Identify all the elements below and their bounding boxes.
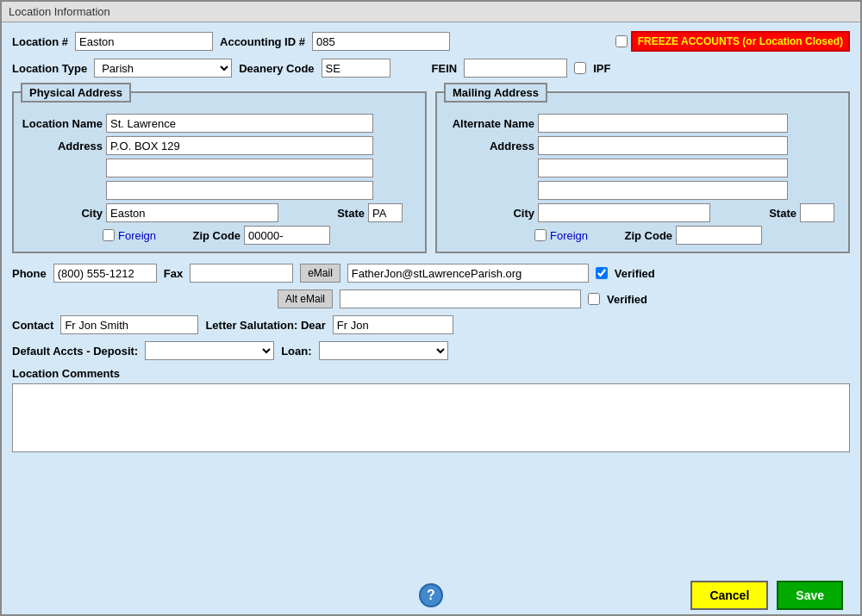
ipf-checkbox[interactable] [574,62,586,74]
physical-address2-input[interactable] [106,159,373,177]
accounts-row: Default Accts - Deposit: Loan: [12,341,850,360]
physical-zip-input[interactable] [244,226,330,245]
fein-input[interactable] [464,59,567,78]
save-button[interactable]: Save [777,581,843,610]
mailing-address-label: Address [444,140,534,152]
mailing-address2-input[interactable] [538,159,788,177]
physical-city-state-row: City State [21,203,418,222]
physical-address3-row [21,181,418,200]
physical-location-name-label: Location Name [21,117,103,130]
deanery-input[interactable] [322,59,390,78]
mailing-city-label: City [444,207,534,220]
cancel-button[interactable]: Cancel [690,581,768,610]
alt-email-verified-label: Verified [607,293,647,306]
second-row: Location Type Parish Deanery Code FEIN I… [12,59,850,78]
freeze-checkbox[interactable] [615,35,628,47]
loan-select[interactable] [319,341,448,360]
mailing-zip-label: Zip Code [595,229,672,242]
fein-label: FEIN [432,62,458,75]
contact-label: Contact [12,319,53,332]
comments-section: Location Comments [12,367,850,455]
physical-zip-label: Zip Code [163,229,240,242]
physical-address1-input[interactable] [106,136,373,155]
help-button[interactable]: ? [419,583,443,607]
fax-input[interactable] [190,264,293,283]
mailing-city-input[interactable] [538,203,710,222]
email-button[interactable]: eMail [300,264,340,283]
mailing-address-title: Mailing Address [444,83,547,103]
alt-email-input[interactable] [340,289,581,308]
mailing-address1-row: Address [444,136,841,155]
mailing-alt-name-row: Alternate Name [444,114,841,133]
physical-foreign-label: Foreign [118,229,156,242]
phone-row: Phone Fax eMail Verified [12,264,850,283]
physical-city-label: City [21,207,103,220]
location-input[interactable] [75,32,213,51]
mailing-zip-row: Foreign Zip Code [444,226,841,245]
physical-fields: Location Name Address [21,114,418,245]
loan-label: Loan: [281,345,311,358]
mailing-address-section: Mailing Address Alternate Name Address [435,91,850,253]
mailing-address3-row [444,181,841,200]
action-buttons: Cancel Save [690,581,843,610]
physical-address1-row: Address [21,136,418,155]
contact-input[interactable] [60,315,198,334]
physical-location-name-input[interactable] [106,114,373,133]
fax-label: Fax [164,267,183,280]
top-row: Location # Accounting ID # FREEZE ACCOUN… [12,31,850,52]
comments-label: Location Comments [12,367,850,380]
mailing-state-label: State [719,207,796,220]
mailing-address2-row [444,159,841,177]
accounting-label: Accounting ID # [220,35,305,48]
address-sections: Physical Address Location Name Address [12,91,850,253]
mailing-city-state-row: City State [444,203,841,222]
mailing-zip-input[interactable] [676,226,762,245]
phone-input[interactable] [53,264,157,283]
alt-email-button[interactable]: Alt eMail [278,289,333,308]
alt-email-row: Alt eMail Verified [12,289,850,308]
physical-address2-row [21,159,418,177]
accounting-input[interactable] [312,32,450,51]
alt-email-verified-checkbox[interactable] [588,293,600,305]
physical-location-name-row: Location Name [21,114,418,133]
mailing-alt-name-input[interactable] [538,114,788,133]
physical-zip-row: Foreign Zip Code [21,226,418,245]
freeze-label: FREEZE ACCOUNTS (or Location Closed) [631,31,850,52]
mailing-alt-name-label: Alternate Name [444,117,534,130]
mailing-foreign-label: Foreign [550,229,588,242]
email-verified-checkbox[interactable] [596,267,608,279]
physical-address-section: Physical Address Location Name Address [12,91,427,253]
mailing-address3-input[interactable] [538,181,788,200]
physical-address-label: Address [21,140,103,152]
physical-foreign-checkbox[interactable] [103,229,115,241]
physical-state-label: State [287,207,365,220]
mailing-fields: Alternate Name Address [444,114,841,245]
email-input[interactable] [347,264,589,283]
physical-address3-input[interactable] [106,181,373,200]
ipf-label: IPF [593,62,610,75]
deanery-label: Deanery Code [239,62,314,75]
mailing-state-input[interactable] [800,203,834,222]
physical-state-input[interactable] [368,203,403,222]
deposit-label: Default Accts - Deposit: [12,345,138,358]
content-area: Location # Accounting ID # FREEZE ACCOUN… [2,22,860,576]
mailing-foreign-checkbox[interactable] [534,229,547,241]
comments-textarea[interactable] [12,383,850,452]
bottom-bar: ? Cancel Save [2,576,860,614]
mailing-address1-input[interactable] [538,136,788,155]
window-title: Location Information [9,5,110,18]
phone-label: Phone [12,267,47,280]
deposit-select[interactable] [145,341,274,360]
location-type-select[interactable]: Parish [94,59,232,78]
physical-city-input[interactable] [106,203,278,222]
location-label: Location # [12,35,68,48]
email-verified-label: Verified [615,267,655,280]
physical-address-title: Physical Address [21,83,131,103]
contact-row: Contact Letter Salutation: Dear [12,315,850,334]
salutation-input[interactable] [333,315,453,334]
title-bar: Location Information [2,2,860,22]
main-window: Location Information Location # Accounti… [0,0,862,616]
salutation-label: Letter Salutation: Dear [205,319,325,332]
location-type-label: Location Type [12,62,87,75]
